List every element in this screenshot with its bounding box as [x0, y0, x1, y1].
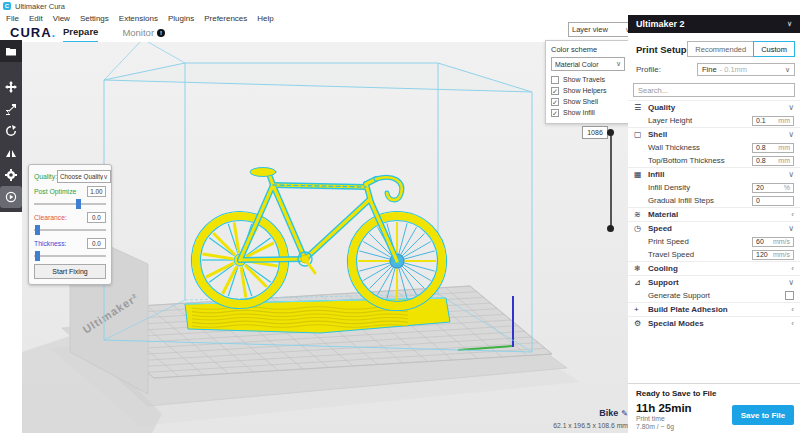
category-support[interactable]: ⊿Support∨ — [628, 275, 800, 289]
per-model-tool[interactable] — [0, 164, 22, 186]
chevron-down-icon: ∨ — [787, 20, 792, 28]
tool-sidebar — [0, 40, 22, 212]
checkbox-row-show-infill: ✓Show Infill — [551, 107, 625, 118]
checkbox-show-travels[interactable] — [551, 76, 559, 84]
setting-value-input[interactable]: 60mm/s — [752, 237, 794, 247]
layer-slider[interactable] — [610, 133, 612, 228]
setting-infill-density: Infill Density20% — [628, 181, 800, 194]
color-scheme-label: Color scheme — [551, 45, 625, 54]
fixer-post-optimize-slider[interactable] — [34, 199, 106, 209]
category-build-plate-adhesion[interactable]: +Build Plate Adhesion‹ — [628, 302, 800, 316]
setting-value-input[interactable]: 0.8mm — [752, 156, 794, 166]
machine-selector[interactable]: Ultimaker 2∨ — [628, 15, 800, 33]
fixer-clearance-slider[interactable] — [34, 225, 106, 235]
category-speed[interactable]: ◷Speed∨ — [628, 221, 800, 235]
setting-generate-support: Generate Support — [628, 289, 800, 302]
profile-dropdown[interactable]: Fine- 0.1mm∨ — [697, 63, 795, 76]
category-quality[interactable]: ☰Quality∨ — [628, 100, 800, 114]
speed-icon: ◷ — [634, 224, 646, 233]
category-cooling[interactable]: ❄Cooling‹ — [628, 261, 800, 275]
setting-unit: mm/s — [773, 251, 790, 258]
app-window: C Ultimaker Cura FileEditViewSettingsExt… — [0, 0, 800, 433]
fixer-thickness-value[interactable]: 0.0 — [87, 238, 106, 249]
setting-value-input[interactable]: 0.1mm — [752, 116, 794, 126]
chevron-down-icon: ∨ — [788, 103, 794, 112]
start-fixing-button[interactable]: Start Fixing — [34, 264, 106, 279]
setting-unit: mm/s — [773, 238, 790, 245]
checkbox-show-helpers[interactable]: ✓ — [551, 87, 559, 95]
chevron-left-icon: ‹ — [791, 305, 794, 314]
tab-monitor[interactable]: Monitor! — [122, 26, 165, 43]
setting-checkbox[interactable] — [785, 291, 794, 300]
fixer-post-optimize-value[interactable]: 1.00 — [87, 186, 106, 197]
checkbox-show-shell[interactable]: ✓ — [551, 98, 559, 106]
category-label: Build Plate Adhesion — [648, 305, 728, 314]
setting-top-bottom-thickness: Top/Bottom Thickness0.8mm — [628, 154, 800, 167]
menu-plugins[interactable]: Plugins — [168, 14, 194, 23]
stage-tabs: Prepare Monitor! — [63, 26, 165, 43]
menu-view[interactable]: View — [53, 14, 70, 23]
fixer-clearance-value[interactable]: 0.0 — [87, 212, 106, 223]
setting-label: Infill Density — [648, 183, 690, 192]
profile-suffix: - 0.1mm — [720, 65, 748, 74]
view-mode-dropdown[interactable]: Layer view∨ — [568, 22, 634, 37]
fixer-post-optimize-label: Post Optimize — [34, 188, 76, 195]
color-scheme-dropdown[interactable]: Material Color∨ — [551, 57, 625, 71]
category-special-modes[interactable]: ⚙Special Modes‹ — [628, 316, 800, 330]
checkbox-row-show-travels: Show Travels — [551, 74, 625, 85]
menu-file[interactable]: File — [6, 14, 19, 23]
mesh-tools-tool[interactable] — [0, 186, 22, 208]
move-tool[interactable] — [0, 76, 22, 98]
category-material[interactable]: ≋Material‹ — [628, 207, 800, 221]
category-infill[interactable]: ▦Infill∨ — [628, 167, 800, 181]
support-icon: ⊿ — [634, 278, 646, 287]
setting-value-input[interactable]: 0 — [752, 196, 794, 206]
checkbox-row-show-helpers: ✓Show Helpers — [551, 85, 625, 96]
tab-prepare[interactable]: Prepare — [63, 26, 98, 43]
setting-value-input[interactable]: 0.8mm — [752, 143, 794, 153]
menu-extensions[interactable]: Extensions — [119, 14, 158, 23]
setting-unit: % — [784, 184, 790, 191]
chevron-down-icon: ∨ — [616, 60, 621, 68]
chevron-down-icon: ∨ — [103, 173, 108, 181]
menu-edit[interactable]: Edit — [29, 14, 43, 23]
model-info: Bike✎ 62.1 x 196.5 x 108.6 mm — [538, 402, 628, 429]
window-title: Ultimaker Cura — [15, 2, 65, 11]
cura-app-icon: C — [3, 2, 11, 10]
print-job-footer: Ready to Save to File 11h 25min Print ti… — [628, 383, 800, 433]
chevron-left-icon: ‹ — [791, 210, 794, 219]
menu-settings[interactable]: Settings — [80, 14, 109, 23]
setting-label: Top/Bottom Thickness — [648, 156, 725, 165]
setting-value-input[interactable]: 20% — [752, 183, 794, 193]
category-label: Shell — [648, 130, 667, 139]
setting-travel-speed: Travel Speed120mm/s — [628, 248, 800, 261]
layer-slider-top-handle[interactable] — [607, 129, 614, 136]
rotate-tool[interactable] — [0, 120, 22, 142]
settings-search-input[interactable]: Search... — [633, 83, 795, 97]
layer-slider-bottom-handle[interactable] — [607, 225, 614, 232]
menu-preferences[interactable]: Preferences — [204, 14, 247, 23]
menu-help[interactable]: Help — [257, 14, 273, 23]
fixer-quality-dropdown[interactable]: Choose Quality∨ — [57, 170, 111, 183]
bike-model[interactable] — [185, 168, 450, 334]
slider-handle[interactable] — [35, 225, 40, 235]
checkbox-label: Show Infill — [563, 109, 595, 116]
custom-mode-button[interactable]: Custom — [753, 41, 795, 57]
fixer-thickness-slider[interactable] — [34, 251, 106, 261]
checkbox-label: Show Shell — [563, 98, 598, 105]
category-shell[interactable]: ▢Shell∨ — [628, 127, 800, 141]
checkbox-show-infill[interactable]: ✓ — [551, 109, 559, 117]
scale-tool[interactable] — [0, 98, 22, 120]
slider-handle[interactable] — [76, 199, 81, 209]
setting-label: Generate Support — [648, 291, 710, 300]
open-file-button[interactable] — [0, 40, 22, 62]
save-to-file-button[interactable]: Save to File — [732, 405, 794, 425]
setting-unit: mm — [778, 157, 790, 164]
slider-handle[interactable] — [35, 251, 40, 261]
recommended-mode-button[interactable]: Recommended — [687, 41, 754, 57]
3d-viewport[interactable]: Ultimaker² — [22, 42, 628, 433]
setting-value-input[interactable]: 120mm/s — [752, 250, 794, 260]
mirror-tool[interactable] — [0, 142, 22, 164]
rename-pencil-icon[interactable]: ✎ — [621, 409, 628, 418]
category-label: Support — [648, 278, 679, 287]
